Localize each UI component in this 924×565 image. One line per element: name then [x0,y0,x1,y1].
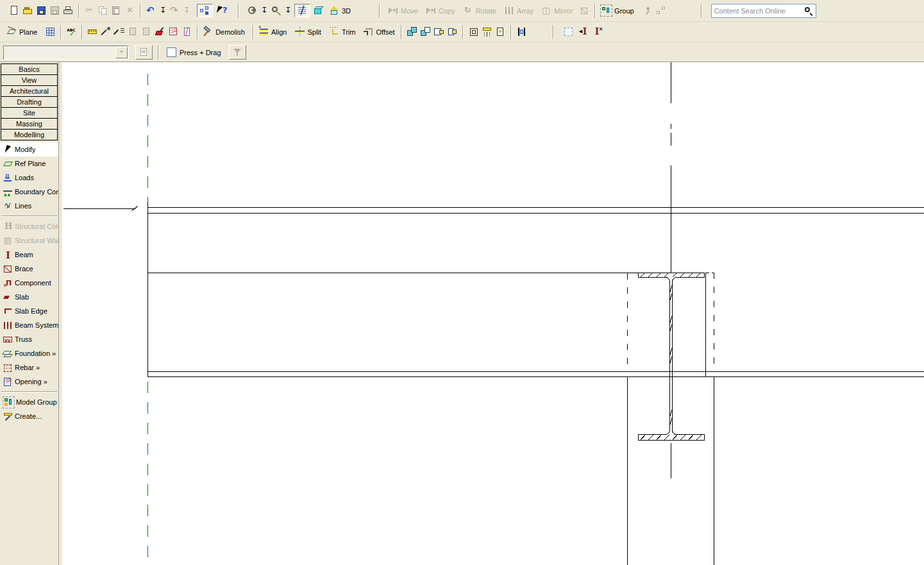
sidebar-item-component[interactable]: Component [0,276,58,290]
thin-lines-toggle[interactable] [294,4,310,17]
spelling-icon[interactable] [66,26,77,37]
sidebar-item-beam-system[interactable]: Beam System [0,318,58,332]
separator [462,25,464,39]
beam-icon [3,249,13,260]
edit-beam-joins-icon[interactable] [516,26,527,37]
design-bar-tab-modelling[interactable]: Modelling [1,129,58,140]
ref-plane-tool-icon[interactable] [6,26,17,37]
whats-this-icon[interactable] [217,5,228,16]
uncut-geometry-icon[interactable] [447,26,458,37]
unjoin-geometry-icon[interactable] [420,26,431,37]
opening-tool-icon[interactable] [495,26,506,37]
match-properties-icon[interactable] [101,26,112,37]
flange-hatch-bottom [657,435,661,440]
plane-label[interactable]: Plane [19,28,37,36]
design-bar-tab-massing[interactable]: Massing [1,118,58,130]
design-bar-tab-view[interactable]: View [1,74,58,86]
offset-icon[interactable] [363,26,374,37]
sidebar-item-slab-edge[interactable]: Slab Edge [0,304,58,318]
edit-cut-profile-icon[interactable] [482,26,492,37]
group-label[interactable]: Group [614,7,634,15]
offset-label[interactable]: Offset [376,28,394,36]
brace-icon [3,264,13,274]
selection-box-icon[interactable] [563,26,574,37]
design-bar-tab-basics[interactable]: Basics [1,63,58,75]
sidebar-item-truss[interactable]: Truss [0,332,58,346]
trim-label[interactable]: Trim [342,28,356,36]
drawing-area[interactable] [62,62,924,565]
trim-icon[interactable] [329,26,340,37]
design-bar-tab-drafting[interactable]: Drafting [1,96,58,108]
tape-measure-icon[interactable] [87,26,98,37]
mirror-label: Mirror [554,7,573,15]
sidebar-item-modify[interactable]: Modify [0,142,58,156]
press-drag-label[interactable]: Press + Drag [180,49,221,56]
open-file-icon[interactable] [22,5,33,16]
default-3d-view-icon[interactable] [329,5,340,16]
new-file-icon[interactable] [9,5,20,16]
undo-icon[interactable] [146,5,156,16]
sidebar-item-boundary-conditions[interactable]: Boundary Cond [0,185,58,199]
linework-icon[interactable] [168,26,179,37]
work-plane-grid-icon[interactable] [45,26,56,37]
print-icon[interactable] [63,5,74,16]
join-geometry-icon[interactable] [407,26,417,37]
press-drag-checkbox[interactable] [167,47,176,57]
split-face-icon[interactable] [181,26,192,37]
beam-handles-icon[interactable] [579,26,590,37]
paint-icon[interactable] [155,26,165,37]
move-icon [388,5,399,16]
align-label[interactable]: Align [271,28,287,36]
zoom-dropdown-icon[interactable] [284,5,292,16]
opening-icon [3,376,13,387]
demolish-label[interactable]: Demolish [215,28,245,36]
search-icon[interactable] [804,6,813,15]
cut-icon [84,5,95,16]
standard-toolbar: 3D Move Copy Rotate Array Mirror Group [0,0,924,22]
dynamic-view-icon[interactable] [313,5,324,16]
sidebar-item-opening[interactable]: Opening » [0,375,58,389]
beam-cutback-icon[interactable] [592,26,603,37]
design-bar: BasicsViewArchitecturalDraftingSiteMassi… [0,62,59,565]
sidebar-item-label: Rebar » [15,364,40,371]
edit-wall-joins-icon[interactable] [468,26,479,37]
sidebar-item-rebar[interactable]: Rebar » [0,360,58,375]
sidebar-item-loads[interactable]: Loads [0,171,58,185]
cut-geometry-icon[interactable] [433,26,444,37]
separator [701,4,702,18]
drawing-canvas[interactable] [62,62,924,565]
undo-dropdown-icon[interactable] [159,5,167,16]
pan-dropdown-icon[interactable] [260,5,268,16]
design-bar-tab-site[interactable]: Site [1,107,58,119]
sidebar-item-create[interactable]: Create... [0,409,58,423]
sidebar-item-slab[interactable]: Slab [0,290,58,304]
sidebar-item-beam[interactable]: Beam [0,248,58,262]
match-type-icon[interactable] [114,26,125,37]
demolish-icon[interactable] [203,26,214,37]
press-drag-option[interactable]: Press + Drag [167,47,224,57]
view3d-label[interactable]: 3D [342,7,351,15]
sidebar-item-ref-plane[interactable]: Ref Plane [0,156,58,171]
sidebar-item-label: Opening » [15,378,47,385]
sidebar-item-lines[interactable]: Lines [0,199,58,213]
filter-icon [232,47,243,58]
sidebar-item-model-group[interactable]: Model Group [0,395,58,409]
group-icon[interactable] [600,4,612,17]
content-search-box[interactable] [711,4,816,18]
zoom-icon[interactable] [271,5,281,16]
split-icon[interactable] [294,26,305,37]
project-browser-toggle[interactable] [197,4,213,17]
split-label[interactable]: Split [307,28,321,36]
save-icon[interactable] [36,5,47,16]
design-bar-tab-architectural[interactable]: Architectural [1,85,58,97]
properties-button [135,45,153,60]
sidebar-item-label: Structural Wall [15,237,58,244]
sidebar-item-label: Foundation » [15,350,56,357]
sidebar-item-foundation[interactable]: Foundation » [0,346,58,360]
content-search-input[interactable] [713,6,803,15]
scroll-pan-icon[interactable] [247,5,258,16]
sidebar-item-brace[interactable]: Brace [0,262,58,276]
rotate-icon [463,5,474,16]
align-icon[interactable] [258,26,269,37]
separator [78,4,80,18]
